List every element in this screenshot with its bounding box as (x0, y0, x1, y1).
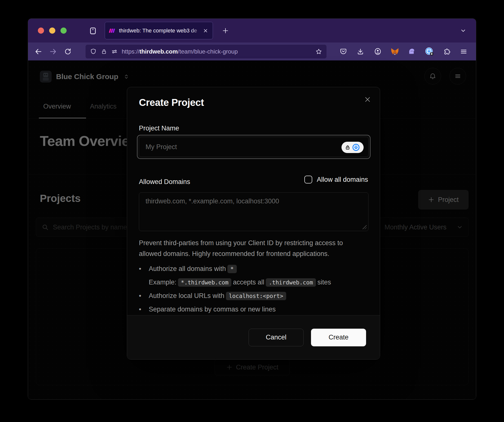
arrow-right-icon (49, 48, 57, 56)
bullet-dot: • (139, 289, 149, 303)
reload-icon (64, 48, 72, 55)
url-domain: thirdweb.com (139, 48, 178, 55)
downloads-button[interactable] (354, 45, 367, 58)
example-domain-code-chip: *.thirdweb.com (178, 278, 232, 287)
project-name-label: Project Name (139, 125, 179, 132)
browser-tab[interactable]: thirdweb: The complete web3 de (105, 22, 213, 39)
bullet-dot: • (139, 262, 149, 276)
puzzle-piece-icon (443, 48, 450, 55)
dialog-close-button[interactable] (362, 94, 373, 105)
allowed-domains-label: Allowed Domains (139, 178, 190, 186)
firefox-view-button[interactable] (88, 26, 98, 36)
wildcard-code-chip: * (227, 265, 237, 273)
allow-all-domains-row: Allow all domains (304, 176, 368, 183)
tracking-protection-shield-icon[interactable] (90, 48, 97, 55)
reload-button[interactable] (61, 45, 74, 58)
project-name-input[interactable] (139, 137, 369, 157)
new-tab-button[interactable] (220, 26, 231, 36)
lock-icon (345, 145, 350, 150)
extensions-button[interactable] (440, 45, 453, 58)
example-end-text: sites (317, 279, 331, 286)
bookmark-star-button[interactable] (315, 48, 322, 55)
firefox-view-icon (89, 27, 97, 35)
tab-title: thirdweb: The complete web3 de (119, 27, 199, 34)
bullet-1-text: Authorize all domains with (149, 265, 226, 272)
tab-title-fade (191, 26, 202, 36)
domains-bullet-list: • Authorize all domains with* Example:*.… (139, 262, 369, 316)
account-button[interactable] (371, 45, 385, 58)
download-icon (357, 48, 364, 55)
phantom-ghost-icon (408, 48, 416, 56)
zoom-window-button[interactable] (60, 28, 67, 34)
browser-titlebar: thirdweb: The complete web3 de (28, 19, 476, 42)
domains-help-text: Prevent third-parties from using your Cl… (139, 238, 367, 259)
onepassword-inline-badge[interactable] (341, 142, 364, 153)
back-button[interactable] (32, 45, 45, 58)
onepassword-icon (425, 47, 434, 56)
arrow-left-icon (34, 48, 42, 56)
chevron-down-icon (460, 28, 466, 34)
bullet-text: Authorize all domains with* (149, 262, 238, 276)
traffic-lights (38, 28, 67, 34)
pocket-icon (340, 48, 347, 55)
localhost-code-chip: localhost:<port> (226, 292, 286, 300)
project-name-field-ring (137, 135, 371, 159)
allow-all-domains-checkbox[interactable] (304, 176, 312, 183)
menu-button[interactable] (457, 45, 471, 58)
list-item-continuation: Example:*.thirdweb.comaccepts all.thirdw… (149, 276, 369, 289)
bullet-3-text: Separate domains by commas or new lines (149, 303, 276, 316)
toolbar-extensions-row (336, 45, 472, 58)
account-icon (374, 48, 382, 55)
close-tab-button[interactable] (202, 27, 209, 34)
example-domain2-code-chip: .thirdweb.com (266, 278, 316, 287)
close-icon (203, 28, 208, 33)
connection-lock-icon[interactable] (101, 48, 107, 55)
phantom-extension-button[interactable] (405, 45, 419, 58)
dialog-footer: Cancel Create (127, 315, 380, 359)
cancel-button[interactable]: Cancel (249, 329, 304, 346)
thirdweb-favicon-icon (108, 28, 116, 33)
list-item: • Separate domains by commas or new line… (139, 303, 369, 316)
browser-toolbar: https://thirdweb.com/team/blue-chick-gro… (28, 42, 476, 60)
pocket-button[interactable] (336, 45, 350, 58)
close-window-button[interactable] (38, 28, 44, 34)
list-item: • Authorize local URLs withlocalhost:<po… (139, 289, 369, 303)
list-item: • Authorize all domains with* (139, 262, 369, 276)
bullet-dot: • (139, 303, 149, 316)
minimize-window-button[interactable] (49, 28, 55, 34)
plus-icon (222, 27, 229, 34)
allowed-domains-textarea[interactable] (139, 192, 369, 231)
bullet-2-text: Authorize local URLs with (149, 292, 224, 299)
metamask-extension-button[interactable] (388, 45, 402, 58)
hamburger-icon (460, 48, 467, 55)
bullet-text: Authorize local URLs withlocalhost:<port… (149, 289, 288, 303)
dialog-title: Create Project (139, 97, 204, 108)
url-path: /team/blue-chick-group (178, 48, 238, 55)
create-button[interactable]: Create (311, 329, 366, 346)
example-mid-text: accepts all (233, 279, 264, 286)
permissions-icon[interactable] (111, 48, 118, 55)
list-all-tabs-button[interactable] (459, 26, 468, 35)
url-text: https://thirdweb.com/team/blue-chick-gro… (122, 48, 238, 55)
create-project-dialog: Create Project Project Name Allowed Doma… (127, 87, 380, 360)
allow-all-domains-label[interactable]: Allow all domains (317, 176, 368, 183)
browser-window: thirdweb: The complete web3 de (28, 18, 476, 400)
url-scheme: https:// (122, 48, 139, 55)
screenshot-stage: thirdweb: The complete web3 de (0, 0, 504, 422)
example-label: Example: (149, 279, 177, 286)
address-bar[interactable]: https://thirdweb.com/team/blue-chick-gro… (86, 45, 326, 58)
metamask-fox-icon (391, 47, 399, 56)
onepassword-extension-button[interactable] (422, 45, 436, 58)
forward-button[interactable] (47, 45, 59, 58)
close-icon (364, 96, 371, 103)
onepassword-icon (352, 143, 360, 152)
